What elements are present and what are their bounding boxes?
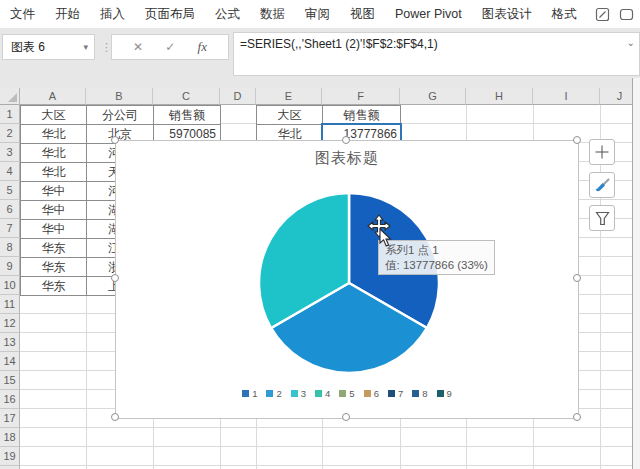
cell-A1[interactable]: 大区 [20,105,87,125]
excel-window: { "ribbon": { "tabs": ["文件","开始","插入","页… [0,0,640,469]
row-header-16[interactable]: 16 [0,390,20,409]
cell-A8[interactable]: 华东 [20,238,87,258]
ribbon-tab-1[interactable]: 文件 [0,0,45,28]
cell-B1[interactable]: 分公司 [86,105,154,125]
row-header-5[interactable]: 5 [0,181,20,200]
name-box[interactable]: 图表 6 ▾ [2,34,95,60]
chart-styles-button[interactable] [589,172,615,198]
select-all-corner[interactable] [0,88,20,105]
formula-text: =SERIES(,,'Sheet1 (2)'!$F$2:$F$4,1) [240,37,438,51]
legend-label: 9 [447,388,452,399]
cell-A7[interactable]: 华中 [20,219,87,239]
col-header-G[interactable]: G [400,88,466,105]
selection-handle[interactable] [111,136,119,144]
row-header-12[interactable]: 12 [0,314,20,333]
legend-item-8[interactable]: 8 [412,388,427,399]
vertical-scrollbar[interactable] [632,78,640,469]
ribbon-tab-3[interactable]: 插入 [90,0,135,28]
cell-A2[interactable]: 华北 [20,124,87,144]
legend-label: 2 [276,388,281,399]
col-header-D[interactable]: D [220,88,256,105]
row-header-6[interactable]: 6 [0,200,20,219]
legend-label: 1 [252,388,257,399]
row-header-11[interactable]: 11 [0,295,20,314]
col-header-C[interactable]: C [153,88,220,105]
selection-handle[interactable] [573,136,581,144]
cell-A5[interactable]: 华中 [20,181,87,201]
ribbon-tab-4[interactable]: 页面布局 [135,0,205,28]
cancel-icon[interactable]: ✕ [133,40,143,54]
row-header-19[interactable]: 19 [0,447,20,466]
row-header-14[interactable]: 14 [0,352,20,371]
cell-A6[interactable]: 华中 [20,200,87,220]
ribbon-tab-10[interactable]: 图表设计 [472,0,542,28]
formula-bar-expand-icon[interactable]: ⌄ [627,37,635,48]
cell-C1[interactable]: 销售额 [153,105,221,125]
chart-elements-button[interactable] [589,139,615,165]
selection-handle[interactable] [342,413,350,421]
ink-pencil-icon[interactable] [595,7,610,22]
row-header-17[interactable]: 17 [0,409,20,428]
legend-swatch-5 [339,390,346,397]
legend-item-3[interactable]: 3 [291,388,306,399]
ribbon-tab-2[interactable]: 开始 [45,0,90,28]
legend-item-9[interactable]: 9 [437,388,452,399]
row-header-13[interactable]: 13 [0,333,20,352]
cell-A4[interactable]: 华北 [20,162,87,182]
ribbon-tab-9[interactable]: Power Pivot [385,0,472,28]
pie-chart-object[interactable]: 图表标题 123456789 [115,140,579,419]
cell-F1[interactable]: 销售额 [322,105,401,125]
selection-handle[interactable] [573,413,581,421]
comment-icon[interactable] [619,7,634,22]
chart-title[interactable]: 图表标题 [116,149,578,168]
col-header-B[interactable]: B [86,88,153,105]
legend-item-5[interactable]: 5 [339,388,354,399]
row-header-4[interactable]: 4 [0,162,20,181]
row-header-7[interactable]: 7 [0,219,20,238]
legend-item-4[interactable]: 4 [315,388,330,399]
cell-A9[interactable]: 华东 [20,257,87,277]
cell-A3[interactable]: 华北 [20,143,87,163]
formula-input[interactable]: =SERIES(,,'Sheet1 (2)'!$F$2:$F$4,1) ⌄ [233,32,640,76]
legend-swatch-6 [364,390,371,397]
legend-item-6[interactable]: 6 [364,388,379,399]
legend-item-1[interactable]: 1 [242,388,257,399]
plus-icon [594,144,610,160]
cell-E1[interactable]: 大区 [256,105,323,125]
row-header-10[interactable]: 10 [0,276,20,295]
tooltip-value-label: 值: 13777866 (33%) [385,258,488,273]
row-header-9[interactable]: 9 [0,257,20,276]
paintbrush-icon [594,177,611,194]
row-header-1[interactable]: 1 [0,105,20,124]
row-header-3[interactable]: 3 [0,143,20,162]
col-header-A[interactable]: A [20,88,86,105]
row-header-15[interactable]: 15 [0,371,20,390]
row-header-18[interactable]: 18 [0,428,20,447]
name-box-dropdown-icon[interactable]: ▾ [83,35,88,59]
enter-icon[interactable]: ✓ [165,40,175,54]
row-header-8[interactable]: 8 [0,238,20,257]
ribbon-tab-11[interactable]: 格式 [542,0,587,28]
col-header-E[interactable]: E [256,88,322,105]
name-box-value: 图表 6 [11,40,45,54]
legend-item-2[interactable]: 2 [266,388,281,399]
chart-filters-button[interactable] [589,205,615,231]
selection-handle[interactable] [111,413,119,421]
col-header-H[interactable]: H [466,88,533,105]
selection-handle[interactable] [573,274,581,282]
selection-handle[interactable] [342,136,350,144]
ribbon-tab-7[interactable]: 审阅 [295,0,340,28]
ribbon-tab-5[interactable]: 公式 [205,0,250,28]
legend-item-7[interactable]: 7 [388,388,403,399]
chart-legend[interactable]: 123456789 [116,388,578,399]
cell-A10[interactable]: 华东 [20,276,87,296]
col-header-F[interactable]: F [322,88,400,105]
ribbon-tab-8[interactable]: 视图 [340,0,385,28]
col-header-I[interactable]: I [533,88,600,105]
insert-function-icon[interactable]: fx [198,39,207,55]
row-header-2[interactable]: 2 [0,124,20,143]
selection-handle[interactable] [111,274,119,282]
legend-swatch-7 [388,390,395,397]
legend-swatch-4 [315,390,322,397]
ribbon-tab-6[interactable]: 数据 [250,0,295,28]
